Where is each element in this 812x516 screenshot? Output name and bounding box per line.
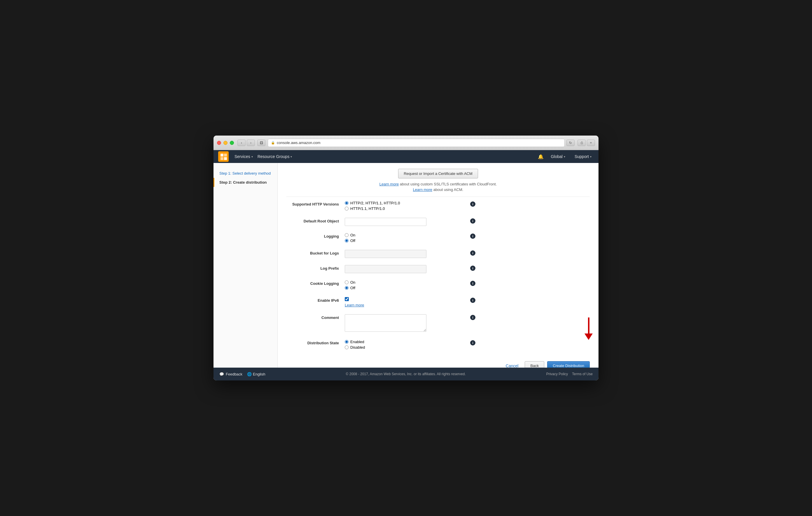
ipv6-label: Enable IPv6 [286,297,345,303]
aws-logo [218,151,229,162]
logging-on-option[interactable]: On [345,233,467,237]
sidebar-item-step1[interactable]: Step 1: Select delivery method [213,169,278,178]
content-area: Request or Import a Certificate with ACM… [278,163,599,368]
global-dropdown-arrow: ▾ [564,155,565,158]
english-label: English [253,372,265,376]
http-versions-radio1[interactable] [345,201,349,205]
divider [286,196,590,197]
resource-groups-dropdown-arrow: ▾ [290,155,292,158]
ipv6-row: Enable IPv6 Learn more i [286,296,590,307]
distribution-state-label: Distribution State [286,340,345,345]
distribution-state-disabled-option[interactable]: Disabled [345,345,467,350]
terms-of-use-link[interactable]: Terms of Use [572,372,593,376]
ipv6-section: Learn more [345,297,467,307]
http-versions-option2[interactable]: HTTP/1.1, HTTP/1.0 [345,206,467,211]
request-cert-button[interactable]: Request or Import a Certificate with ACM [398,169,478,178]
logging-control: On Off [345,233,467,243]
cookie-logging-on-radio[interactable] [345,280,349,284]
bucket-logs-info-icon[interactable]: i [470,250,475,256]
privacy-policy-link[interactable]: Privacy Policy [546,372,568,376]
services-dropdown-arrow: ▾ [252,155,253,158]
feedback-button[interactable]: 💬 Feedback [219,372,242,376]
footer-left: 💬 Feedback 🌐 English [219,372,265,376]
comment-textarea[interactable] [345,314,427,332]
bell-icon[interactable]: 🔔 [538,154,544,159]
http-versions-info-icon[interactable]: i [470,202,475,207]
global-nav-item[interactable]: Global ▾ [548,154,567,159]
logging-on-radio[interactable] [345,233,349,237]
support-nav-item[interactable]: Support ▾ [572,154,594,159]
main-area: Step 1: Select delivery method Step 2: C… [213,163,599,368]
http-versions-option1[interactable]: HTTP/2, HTTP/1.1, HTTP/1.0 [345,201,467,205]
http-versions-control: HTTP/2, HTTP/1.1, HTTP/1.0 HTTP/1.1, HTT… [345,201,467,211]
fullscreen-button[interactable] [230,141,234,145]
new-tab-button[interactable]: + [587,140,595,146]
close-button[interactable] [217,141,221,145]
reload-button[interactable]: ↻ [567,140,575,146]
create-distribution-button[interactable]: Create Distribution [547,361,590,368]
ipv6-info-icon[interactable]: i [470,298,475,303]
cookie-logging-info: i [467,280,476,286]
feedback-icon: 💬 [219,372,224,376]
bucket-logs-label: Bucket for Logs [286,250,345,255]
services-nav-item[interactable]: Services ▾ [232,154,255,159]
distribution-state-enabled-option[interactable]: Enabled [345,340,467,344]
sidebar-item-step2[interactable]: Step 2: Create distribution [213,178,278,187]
action-buttons-row: Cancel Back Create Distribution [286,355,590,368]
share-button[interactable]: ⎙ [578,140,586,146]
default-root-row: Default Root Object i [286,217,590,226]
learn-more-ssl-text: Learn more about using custom SSL/TLS ce… [286,182,590,186]
log-prefix-info-icon[interactable]: i [470,266,475,271]
nav-buttons: ‹ › [237,140,255,146]
comment-control [345,314,467,333]
lock-icon: 🔒 [271,141,275,145]
logging-off-option[interactable]: Off [345,239,467,243]
learn-more-acm-link[interactable]: Learn more [413,187,432,192]
cookie-logging-off-radio[interactable] [345,286,349,290]
default-root-input[interactable] [345,218,427,226]
learn-more-ssl-link[interactable]: Learn more [379,182,399,186]
svg-rect-2 [221,157,224,160]
back-button[interactable]: Back [525,361,544,368]
http-versions-radio-group: HTTP/2, HTTP/1.1, HTTP/1.0 HTTP/1.1, HTT… [345,201,467,211]
traffic-lights [217,141,234,145]
url-text: console.aws.amazon.com [277,141,321,145]
resource-groups-nav-item[interactable]: Resource Groups ▾ [255,154,295,159]
ipv6-info: i [467,297,476,303]
bucket-logs-info: i [467,250,476,256]
http-versions-radio2[interactable] [345,207,349,211]
support-label: Support [575,154,589,159]
resource-groups-label: Resource Groups [258,154,290,159]
copyright-text: © 2008 - 2017, Amazon Web Services, Inc.… [271,372,541,376]
forward-nav-button[interactable]: › [247,140,255,146]
default-root-info: i [467,218,476,223]
title-bar-actions: ⎙ + [578,140,595,146]
aws-navbar: Services ▾ Resource Groups ▾ 🔔 Global ▾ … [213,150,599,163]
global-label: Global [551,154,562,159]
cookie-logging-off-option[interactable]: Off [345,286,467,290]
ipv6-learn-more-link[interactable]: Learn more [345,303,467,307]
comment-info-icon[interactable]: i [470,315,475,320]
feedback-label: Feedback [226,372,242,376]
distribution-state-info-icon[interactable]: i [470,340,475,345]
log-prefix-control [345,265,467,273]
url-bar[interactable]: 🔒 console.aws.amazon.com [268,139,565,147]
minimize-button[interactable] [224,141,228,145]
logging-off-radio[interactable] [345,239,349,243]
cookie-logging-info-icon[interactable]: i [470,281,475,286]
window-mode-button[interactable]: ⊡ [257,140,265,146]
bucket-logs-input[interactable] [345,250,427,258]
log-prefix-row: Log Prefix i [286,264,590,273]
language-selector[interactable]: 🌐 English [247,372,265,376]
cookie-logging-on-option[interactable]: On [345,280,467,284]
log-prefix-input[interactable] [345,265,427,273]
cancel-button[interactable]: Cancel [502,362,522,368]
default-root-info-icon[interactable]: i [470,218,475,223]
distribution-state-disabled-radio[interactable] [345,345,349,349]
default-root-label: Default Root Object [286,218,345,223]
ipv6-checkbox[interactable] [345,297,349,301]
content-wrapper: Request or Import a Certificate with ACM… [278,163,599,368]
distribution-state-enabled-radio[interactable] [345,340,349,344]
logging-info-icon[interactable]: i [470,234,475,239]
back-nav-button[interactable]: ‹ [237,140,245,146]
